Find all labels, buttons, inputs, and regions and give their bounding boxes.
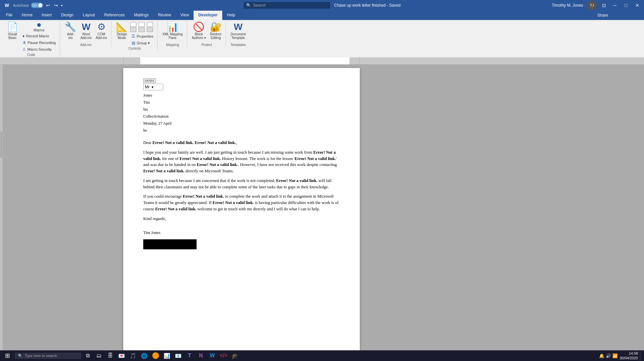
left-margin-area bbox=[0, 65, 123, 361]
form-field-label: Mr/Mrs bbox=[143, 78, 156, 83]
autosave-toggle[interactable]: On bbox=[31, 3, 43, 8]
doc-line-tim: Tim bbox=[143, 100, 340, 105]
signature-name: Tim Jones bbox=[143, 230, 340, 236]
properties-button[interactable]: ☰ Properties bbox=[130, 33, 155, 39]
taskbar-files[interactable]: 🗄 bbox=[105, 351, 115, 360]
control-checkbox-5[interactable] bbox=[139, 27, 145, 32]
tab-home[interactable]: Home bbox=[17, 11, 37, 20]
taskbar-excel[interactable]: 📊 bbox=[162, 351, 172, 360]
addins-group-label: Add-ins bbox=[63, 43, 108, 47]
taskbar-explorer[interactable]: 🗂 bbox=[94, 351, 104, 360]
mapping-group-label: Mapping bbox=[161, 43, 184, 47]
visual-basic-button[interactable]: 📄 VisualBasic bbox=[5, 21, 20, 41]
ribbon-group-controls: 📐 DesignMode ☰ Properties ▤ bbox=[112, 21, 158, 50]
taskbar-browser[interactable]: 🌐 bbox=[139, 351, 149, 360]
word-addins-button[interactable]: W WordAdd-ins bbox=[79, 21, 93, 41]
macros-button[interactable]: ⏺ Macros bbox=[21, 21, 57, 33]
block-authors-button[interactable]: 🚫 BlockAuthors ▾ bbox=[191, 21, 207, 41]
control-checkbox-1[interactable] bbox=[130, 22, 136, 27]
taskbar-music[interactable]: 🎵 bbox=[128, 351, 138, 360]
tab-developer[interactable]: Developer bbox=[194, 11, 222, 20]
document-area: Mr/Mrs Mr ▼ Jones Tim his Collectivisati… bbox=[123, 68, 360, 361]
templates-group-items: W DocumentTemplate bbox=[229, 21, 247, 42]
addins-group-items: 🔧 Add-ins W WordAdd-ins ⚙ COMAdd-ins bbox=[63, 21, 108, 42]
tab-insert[interactable]: Insert bbox=[37, 11, 56, 20]
salutation-line: Dear Error! Not a valid link. Error! Not… bbox=[143, 140, 340, 146]
comments-button[interactable]: Comments bbox=[615, 12, 639, 19]
tab-help[interactable]: Help bbox=[222, 11, 240, 20]
undo-button[interactable]: ↩ bbox=[45, 3, 51, 8]
restore-button[interactable]: □ bbox=[623, 3, 629, 8]
pause-icon: ⏸ bbox=[22, 40, 26, 45]
search-input[interactable] bbox=[253, 3, 326, 8]
com-addins-icon: ⚙ bbox=[97, 22, 106, 32]
tab-mailings[interactable]: Mailings bbox=[129, 11, 153, 20]
properties-icon: ☰ bbox=[132, 34, 135, 39]
control-checkbox-2[interactable] bbox=[139, 22, 145, 27]
form-dropdown[interactable]: Mr ▼ bbox=[143, 84, 163, 90]
control-checkbox-3[interactable] bbox=[147, 22, 153, 27]
taskbar-dev[interactable]: </> bbox=[219, 351, 229, 360]
taskbar-teams2[interactable]: N bbox=[196, 351, 206, 360]
scroll-indicator[interactable] bbox=[0, 131, 2, 158]
group-icon: ▤ bbox=[132, 41, 135, 45]
error-link-p1-3: Error! Not a valid link. bbox=[295, 156, 336, 161]
record-macro-button[interactable]: ● Record Macro bbox=[21, 33, 57, 39]
taskbar-outlook[interactable]: 📧 bbox=[173, 351, 183, 360]
taskbar-word[interactable]: W bbox=[207, 351, 217, 360]
tab-file[interactable]: File bbox=[1, 11, 17, 20]
taskbar-teams[interactable]: T bbox=[185, 351, 195, 360]
visual-basic-icon: 📄 bbox=[7, 22, 18, 32]
title-center: 🔍 Chase up work letter finished - Saved bbox=[244, 2, 400, 9]
word-logo: W bbox=[3, 2, 11, 9]
redo-button[interactable]: ↪ bbox=[53, 3, 59, 8]
tab-review[interactable]: Review bbox=[153, 11, 176, 20]
autosave-label: AutoSave bbox=[13, 3, 29, 7]
taskbar-search[interactable]: 🔍 Type here to search bbox=[15, 353, 81, 359]
taskbar-datetime: 14:58 30/04/2020 bbox=[620, 351, 638, 361]
form-field-container: Mr/Mrs Mr ▼ bbox=[143, 78, 340, 90]
tab-design[interactable]: Design bbox=[56, 11, 78, 20]
volume-icon[interactable]: 🔊 bbox=[606, 353, 611, 358]
form-dropdown-container: Mr ▼ bbox=[143, 84, 340, 90]
minimize-button[interactable]: ─ bbox=[611, 3, 619, 8]
network-icon[interactable]: 📶 bbox=[612, 353, 618, 358]
ribbon-display-button[interactable]: ⊡ bbox=[601, 3, 607, 8]
controls-group-items: 📐 DesignMode ☰ Properties ▤ bbox=[115, 21, 155, 46]
taskbar-orange-app[interactable]: 🟠 bbox=[151, 351, 161, 360]
ruler bbox=[0, 57, 644, 65]
addins-icon: 🔧 bbox=[65, 22, 76, 32]
document-template-button[interactable]: W DocumentTemplate bbox=[229, 21, 247, 41]
quick-access-dropdown[interactable]: ▾ bbox=[61, 4, 63, 7]
protect-group-label: Protect bbox=[191, 43, 223, 47]
taskbar-right: 🔔 🔊 📶 14:58 30/04/2020 bbox=[599, 351, 643, 361]
search-box[interactable]: 🔍 bbox=[244, 2, 330, 9]
taskbar-time-value: 14:58 bbox=[620, 351, 638, 356]
share-button[interactable]: Share bbox=[593, 12, 613, 19]
notification-icon[interactable]: 🔔 bbox=[599, 353, 604, 358]
start-button[interactable]: ⊞ bbox=[1, 351, 13, 360]
ribbon-tabs: File Home Insert Design Layout Reference… bbox=[0, 11, 644, 20]
taskbar-hat[interactable]: 🎓 bbox=[230, 351, 240, 360]
group-button[interactable]: ▤ Group ▾ bbox=[130, 40, 155, 46]
control-checkbox-4[interactable] bbox=[130, 27, 136, 32]
taskbar-mail[interactable]: 💌 bbox=[117, 351, 127, 360]
code-group-items: 📄 VisualBasic ⏺ Macros ● Record Macro ⏸ … bbox=[5, 21, 57, 52]
design-mode-button[interactable]: 📐 DesignMode bbox=[115, 21, 129, 41]
xml-mapping-button[interactable]: 📊 XML MappingPane bbox=[161, 21, 184, 41]
pause-recording-button[interactable]: ⏸ Pause Recording bbox=[21, 40, 57, 46]
show-desktop-button[interactable] bbox=[640, 351, 643, 360]
control-checkbox-6[interactable] bbox=[147, 27, 153, 32]
close-button[interactable]: ✕ bbox=[633, 3, 641, 8]
tab-references[interactable]: References bbox=[100, 11, 129, 20]
macro-security-button[interactable]: ⚠ Macro Security bbox=[21, 46, 57, 52]
tab-view[interactable]: View bbox=[176, 11, 194, 20]
com-addins-button[interactable]: ⚙ COMAdd-ins bbox=[94, 21, 108, 41]
document-template-icon: W bbox=[234, 22, 242, 32]
task-view-button[interactable]: ⧉ bbox=[83, 351, 93, 360]
tab-layout[interactable]: Layout bbox=[78, 11, 100, 20]
doc-line-his: his bbox=[143, 107, 340, 112]
user-avatar[interactable]: TJ bbox=[587, 1, 597, 10]
restrict-editing-button[interactable]: 🔐 RestrictEditing bbox=[209, 21, 223, 41]
addins-button[interactable]: 🔧 Add-ins bbox=[63, 21, 78, 41]
